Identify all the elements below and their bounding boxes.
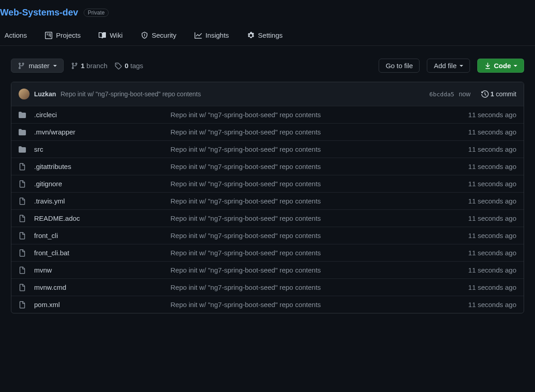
file-name-link[interactable]: .gitignore [34, 180, 62, 188]
tab-wiki[interactable]: Wiki [94, 27, 127, 45]
file-commit-message[interactable]: Repo init w/ "ng7-spring-boot-seed" repo… [170, 301, 468, 308]
branch-selector[interactable]: master [11, 59, 64, 73]
file-time: 11 seconds ago [468, 180, 516, 188]
tab-actions[interactable]: Actions [0, 27, 31, 45]
commit-author[interactable]: Luzkan [34, 90, 56, 98]
tag-icon [115, 62, 122, 69]
file-commit-message[interactable]: Repo init w/ "ng7-spring-boot-seed" repo… [170, 180, 468, 188]
file-commit-message[interactable]: Repo init w/ "ng7-spring-boot-seed" repo… [170, 128, 468, 136]
commit-message[interactable]: Repo init w/ "ng7-spring-boot-seed" repo… [60, 90, 201, 98]
file-name-link[interactable]: .travis.yml [34, 197, 65, 205]
file-time: 11 seconds ago [468, 232, 516, 239]
branches-link[interactable]: 1 branch [71, 62, 107, 69]
tab-label: Actions [5, 31, 27, 39]
file-commit-message[interactable]: Repo init w/ "ng7-spring-boot-seed" repo… [170, 283, 468, 291]
file-time: 11 seconds ago [468, 249, 516, 257]
file-commit-message[interactable]: Repo init w/ "ng7-spring-boot-seed" repo… [170, 232, 468, 239]
file-name-link[interactable]: mvnw.cmd [34, 283, 66, 291]
tab-label: Security [152, 31, 176, 39]
tab-insights[interactable]: Insights [190, 27, 234, 45]
history-icon [481, 90, 489, 98]
tab-label: Settings [258, 31, 283, 39]
tab-settings[interactable]: Settings [243, 27, 287, 45]
caret-down-icon [514, 65, 517, 67]
file-icon [19, 267, 28, 274]
file-time: 11 seconds ago [468, 163, 516, 170]
file-commit-message[interactable]: Repo init w/ "ng7-spring-boot-seed" repo… [170, 266, 468, 274]
commit-time: now [459, 90, 470, 98]
tab-label: Insights [205, 31, 229, 39]
file-time: 11 seconds ago [468, 214, 516, 222]
file-name-link[interactable]: front_cli [34, 232, 58, 239]
avatar[interactable] [19, 89, 30, 99]
branch-name: master [29, 62, 50, 69]
file-time: 11 seconds ago [468, 301, 516, 308]
file-name-link[interactable]: README.adoc [34, 214, 80, 222]
file-name-link[interactable]: .gitattributes [34, 163, 71, 170]
file-commit-message[interactable]: Repo init w/ "ng7-spring-boot-seed" repo… [170, 145, 468, 153]
file-row: front_cliRepo init w/ "ng7-spring-boot-s… [11, 227, 524, 244]
file-row: mvnwRepo init w/ "ng7-spring-boot-seed" … [11, 261, 524, 278]
file-row: front_cli.batRepo init w/ "ng7-spring-bo… [11, 244, 524, 261]
file-row: README.adocRepo init w/ "ng7-spring-boot… [11, 209, 524, 227]
file-name-link[interactable]: .mvn/wrapper [34, 128, 75, 136]
commits-link[interactable]: 1 commit [481, 90, 516, 98]
add-file-button[interactable]: Add file [427, 59, 470, 73]
commit-sha[interactable]: 6bcdda5 [430, 91, 455, 98]
file-row: .gitignoreRepo init w/ "ng7-spring-boot-… [11, 175, 524, 192]
privacy-badge: Private [84, 9, 109, 17]
file-row: .gitattributesRepo init w/ "ng7-spring-b… [11, 158, 524, 175]
goto-file-button[interactable]: Go to file [379, 59, 420, 73]
latest-commit-bar: Luzkan Repo init w/ "ng7-spring-boot-see… [11, 82, 524, 106]
file-time: 11 seconds ago [468, 145, 516, 153]
folder-icon [19, 146, 28, 153]
file-row: pom.xmlRepo init w/ "ng7-spring-boot-see… [11, 296, 524, 313]
file-commit-message[interactable]: Repo init w/ "ng7-spring-boot-seed" repo… [170, 111, 468, 119]
file-name-link[interactable]: .circleci [34, 111, 57, 119]
download-icon [484, 62, 491, 69]
tab-projects[interactable]: Projects [40, 27, 85, 45]
file-row: mvnw.cmdRepo init w/ "ng7-spring-boot-se… [11, 278, 524, 296]
file-name-link[interactable]: pom.xml [34, 301, 60, 308]
file-row: .circleciRepo init w/ "ng7-spring-boot-s… [11, 106, 524, 123]
caret-down-icon [460, 65, 463, 67]
file-icon [19, 301, 28, 308]
file-icon [19, 163, 28, 170]
file-icon [19, 232, 28, 239]
tab-label: Projects [56, 31, 80, 39]
branch-icon [71, 62, 78, 69]
file-icon [19, 180, 28, 188]
file-commit-message[interactable]: Repo init w/ "ng7-spring-boot-seed" repo… [170, 163, 468, 170]
tags-link[interactable]: 0 tags [115, 62, 143, 69]
folder-icon [19, 111, 28, 119]
file-row: .travis.ymlRepo init w/ "ng7-spring-boot… [11, 192, 524, 209]
file-time: 11 seconds ago [468, 266, 516, 274]
file-time: 11 seconds ago [468, 197, 516, 205]
file-name-link[interactable]: front_cli.bat [34, 249, 70, 257]
folder-icon [19, 129, 28, 136]
code-button[interactable]: Code [477, 59, 525, 73]
file-commit-message[interactable]: Repo init w/ "ng7-spring-boot-seed" repo… [170, 197, 468, 205]
file-icon [19, 249, 28, 257]
file-commit-message[interactable]: Repo init w/ "ng7-spring-boot-seed" repo… [170, 249, 468, 257]
file-listing: Luzkan Repo init w/ "ng7-spring-boot-see… [11, 82, 524, 313]
file-time: 11 seconds ago [468, 128, 516, 136]
tab-label: Wiki [110, 31, 122, 39]
file-name-link[interactable]: src [34, 145, 43, 153]
book-icon [99, 32, 106, 39]
file-time: 11 seconds ago [468, 111, 516, 119]
file-commit-message[interactable]: Repo init w/ "ng7-spring-boot-seed" repo… [170, 214, 468, 222]
file-time: 11 seconds ago [468, 283, 516, 291]
file-icon [19, 215, 28, 222]
repo-name[interactable]: Web-Systems-dev [0, 7, 78, 18]
file-name-link[interactable]: mvnw [34, 266, 52, 274]
graph-icon [195, 32, 202, 39]
repo-tabs: Actions Projects Wiki Security Insights … [0, 27, 535, 45]
file-row: srcRepo init w/ "ng7-spring-boot-seed" r… [11, 140, 524, 158]
file-icon [19, 198, 28, 205]
caret-down-icon [53, 65, 57, 67]
tab-security[interactable]: Security [136, 27, 181, 45]
file-row: .mvn/wrapperRepo init w/ "ng7-spring-boo… [11, 123, 524, 140]
project-icon [45, 32, 52, 39]
branch-icon [18, 62, 25, 69]
